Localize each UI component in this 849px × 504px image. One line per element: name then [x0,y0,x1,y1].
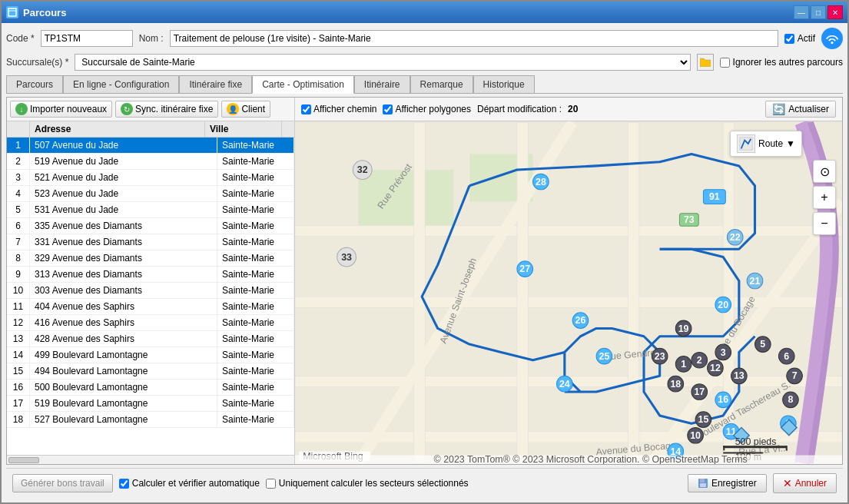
client-button[interactable]: 👤 Client [221,101,270,118]
route-button[interactable]: Route ▼ [730,131,802,157]
nom-input[interactable] [170,30,778,47]
afficher-chemin-check[interactable] [301,104,311,114]
svg-text:33: 33 [341,252,352,263]
row-adresse: 335 Avenue des Diamants [30,218,217,234]
table-row[interactable]: 10 303 Avenue des Diamants Sainte-Marie [7,283,294,299]
sync-button[interactable]: ↻ Sync. itinéraire fixe [115,101,218,118]
row-num: 5 [7,202,30,217]
table-row[interactable]: 17 519 Boulevard Lamontagne Sainte-Marie [7,396,294,412]
code-input[interactable] [41,30,133,47]
map-container[interactable]: Rue Prévost Avenue Saint-Joseph Rue Gend… [295,121,842,464]
row-adresse: 499 Boulevard Lamontagne [30,347,217,363]
map-toolbar: Afficher chemin Afficher polygones Dépar… [295,98,842,121]
uniquement-label: Uniquement calculer les secteurs sélecti… [279,478,469,489]
tab-itineraire-fixe[interactable]: Itinéraire fixe [179,75,252,93]
tab-remarque[interactable]: Remarque [410,75,473,93]
depart-label: Départ modification : [477,104,562,114]
row-num: 9 [7,267,30,282]
table-row[interactable]: 7 331 Avenue des Diamants Sainte-Marie [7,234,294,250]
location-button[interactable]: ⊙ [813,160,836,183]
table-row[interactable]: 6 335 Avenue des Diamants Sainte-Marie [7,218,294,234]
table-row[interactable]: 13 428 Avenue des Saphirs Sainte-Marie [7,331,294,347]
app-icon [6,6,18,18]
row-ville: Sainte-Marie [217,138,294,153]
svg-text:18: 18 [670,379,681,390]
afficher-chemin-label: Afficher chemin [313,104,376,114]
importer-button[interactable]: ↓ Importer nouveaux [10,101,112,118]
enregistrer-button[interactable]: Enregistrer [688,474,767,492]
table-row[interactable]: 5 531 Avenue du Jade Sainte-Marie [7,202,294,218]
ignorer-checkbox[interactable] [720,58,730,68]
row-num: 4 [7,186,30,201]
row-ville: Sainte-Marie [217,234,294,250]
afficher-polygones-checkbox: Afficher polygones [383,104,471,114]
sync-label: Sync. itinéraire fixe [135,104,213,114]
title-bar-controls: — □ ✕ [794,5,843,19]
calculer-checkbox[interactable] [119,479,129,489]
folder-button[interactable] [697,54,714,71]
table-row[interactable]: 1 507 Avenue du Jade Sainte-Marie [7,138,294,154]
zoom-in-button[interactable]: + [813,186,836,209]
tab-parcours[interactable]: Parcours [6,75,63,93]
svg-text:22: 22 [730,232,741,243]
row-ville: Sainte-Marie [217,347,294,363]
wifi-icon [821,28,843,49]
actif-checkbox-row: Actif [784,33,815,44]
svg-text:12: 12 [710,363,721,373]
generer-button[interactable]: Générer bons travail [12,474,113,492]
tab-bar: Parcours En ligne - Configuration Itinér… [6,75,843,94]
table-row[interactable]: 8 329 Avenue des Diamants Sainte-Marie [7,250,294,267]
main-content-area: ↓ Importer nouveaux ↻ Sync. itinéraire f… [6,97,843,465]
svg-text:3: 3 [721,347,726,358]
scroll-thumb[interactable] [8,457,39,463]
annuler-button[interactable]: ✕ Annuler [773,473,837,493]
svg-text:32: 32 [357,164,368,175]
table-row[interactable]: 4 523 Avenue du Jade Sainte-Marie [7,186,294,202]
row-adresse: 494 Boulevard Lamontagne [30,363,217,379]
minimize-button[interactable]: — [794,5,809,19]
annuler-label: Annuler [795,478,827,489]
tab-itineraire[interactable]: Itinéraire [354,75,410,93]
uniquement-checkbox[interactable] [266,479,276,489]
row-adresse: 500 Boulevard Lamontagne [30,380,217,395]
tab-historique[interactable]: Historique [473,75,535,93]
table-row[interactable]: 3 521 Avenue du Jade Sainte-Marie [7,170,294,186]
svg-text:5: 5 [760,339,765,350]
table-row[interactable]: 9 313 Avenue des Diamants Sainte-Marie [7,267,294,283]
table-row[interactable]: 18 527 Boulevard Lamontagne Sainte-Marie [7,412,294,428]
table-row[interactable]: 16 500 Boulevard Lamontagne Sainte-Marie [7,380,294,396]
tab-en-ligne[interactable]: En ligne - Configuration [63,75,179,93]
afficher-polygones-check[interactable] [383,104,393,114]
row-num: 8 [7,250,30,266]
close-button[interactable]: ✕ [827,5,843,19]
svg-text:26: 26 [575,315,586,326]
route-label: Route [758,138,783,149]
row-ville: Sainte-Marie [217,154,294,169]
svg-text:© 2023 TomTom® © 2023 Microsof: © 2023 TomTom® © 2023 Microsoft Corporat… [434,454,748,464]
zoom-out-button[interactable]: − [813,212,836,235]
table-row[interactable]: 2 519 Avenue du Jade Sainte-Marie [7,154,294,170]
row-num: 18 [7,412,30,427]
row-num: 15 [7,363,30,379]
nom-label: Nom : [139,33,164,44]
table-row[interactable]: 12 416 Avenue des Saphirs Sainte-Marie [7,315,294,331]
maximize-button[interactable]: □ [811,5,826,19]
row-adresse: 404 Avenue des Saphirs [30,299,217,314]
svg-text:7: 7 [792,370,798,381]
table-row[interactable]: 11 404 Avenue des Saphirs Sainte-Marie [7,299,294,315]
address-table[interactable]: 1 507 Avenue du Jade Sainte-Marie 2 519 … [7,138,294,455]
actif-checkbox[interactable] [784,34,794,44]
table-row[interactable]: 14 499 Boulevard Lamontagne Sainte-Marie [7,347,294,363]
svg-text:8: 8 [788,394,793,405]
svg-text:1: 1 [681,359,686,370]
actualiser-button[interactable]: 🔄 Actualiser [765,101,836,118]
table-row[interactable]: 15 494 Boulevard Lamontagne Sainte-Marie [7,363,294,380]
succursale-select[interactable]: Succursale de Sainte-Marie [75,54,690,71]
row-adresse: 519 Avenue du Jade [30,154,217,169]
tab-carte[interactable]: Carte - Optimisation [252,75,354,94]
sync-icon: ↻ [121,103,133,115]
row-num: 17 [7,396,30,411]
svg-text:16: 16 [718,394,728,405]
svg-text:19: 19 [678,323,689,334]
horizontal-scrollbar[interactable] [7,455,294,464]
